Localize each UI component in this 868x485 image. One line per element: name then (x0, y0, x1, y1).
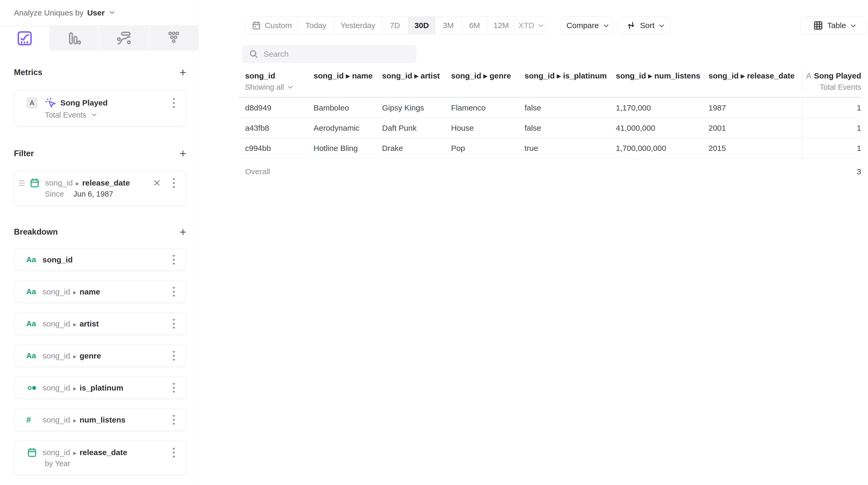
column-header-metric[interactable]: A Song Played Total Events (802, 70, 861, 92)
column-header-artist[interactable]: song_id ▸ artist (382, 70, 451, 92)
table-search[interactable] (242, 45, 416, 63)
bar-chart-icon (65, 30, 83, 47)
breakdown-card-num-listens[interactable]: song_id num_listens (14, 408, 186, 431)
table-header-row: song_id Showing all song_id ▸ name song_… (238, 70, 861, 98)
filter-card[interactable]: song_id release_date Since Jun 6, 1987 (14, 171, 186, 206)
tab-bar-chart[interactable] (49, 26, 99, 51)
column-header-is-platinum[interactable]: song_id ▸ is_platinum (525, 70, 616, 92)
kebab-menu-icon[interactable] (169, 255, 178, 265)
property-name: artist (80, 320, 99, 328)
kebab-menu-icon[interactable] (169, 351, 178, 361)
query-builder-sidebar: Analyze Uniques by User (0, 0, 198, 485)
column-header-song-id[interactable]: song_id Showing all (245, 70, 314, 92)
boolean-type-icon (26, 382, 39, 394)
range-6m[interactable]: 6M (461, 17, 488, 34)
kebab-menu-icon[interactable] (169, 383, 178, 393)
showing-all-dropdown[interactable]: Showing all (245, 83, 314, 92)
calendar-icon (251, 20, 261, 31)
tab-insights-line[interactable] (0, 26, 49, 51)
remove-filter-icon[interactable] (152, 179, 161, 187)
add-metric-button[interactable] (180, 67, 186, 78)
query-sections: Metrics A Song Played (0, 66, 198, 475)
analyze-entity-dropdown[interactable]: User (87, 8, 105, 17)
insights-report-page: Analyze Uniques by User (0, 0, 868, 485)
date-bucket-dropdown[interactable]: by Year (45, 459, 70, 468)
property-name: is_platinum (80, 384, 123, 392)
filter-operator-dropdown[interactable]: Since (45, 190, 64, 199)
string-type-icon (26, 352, 39, 360)
range-12m[interactable]: 12M (488, 17, 515, 34)
tab-flows[interactable] (99, 26, 149, 51)
breakdown-card-song-id[interactable]: song_id (14, 248, 186, 271)
breakdown-card-release-date[interactable]: song_id release_date by Year (14, 441, 186, 475)
table-row[interactable]: c994bb Hotline Bling Drake Pop true 1,70… (238, 138, 861, 158)
metric-series-letter: A (806, 70, 811, 81)
overall-value: 3 (802, 167, 861, 176)
breakdown-card-genre[interactable]: song_id genre (14, 344, 186, 367)
property-prefix: song_id (42, 416, 70, 424)
filter-section-header: Filter (14, 148, 186, 159)
line-chart-icon (16, 30, 33, 47)
string-type-icon (26, 255, 39, 264)
range-30d[interactable]: 30D (408, 17, 435, 34)
table-row[interactable]: d8d949 Bamboleo Gipsy Kings Flamenco fal… (238, 98, 861, 118)
kebab-menu-icon[interactable] (169, 287, 178, 297)
breadcrumb-arrow-icon (73, 320, 76, 328)
column-header-release-date[interactable]: song_id ▸ release_date (709, 70, 802, 92)
column-header-num-listens[interactable]: song_id ▸ num_listens (616, 70, 709, 92)
filter-value[interactable]: Jun 6, 1987 (73, 190, 113, 199)
property-name: genre (80, 352, 101, 360)
overall-label: Overall (245, 167, 314, 176)
breadcrumb-arrow-icon (76, 179, 79, 187)
kebab-menu-icon[interactable] (169, 448, 178, 457)
range-custom[interactable]: Custom (245, 17, 298, 34)
tab-dots-grid[interactable] (149, 26, 198, 51)
string-type-icon (26, 287, 39, 296)
table-row[interactable]: a43fb8 Aerodynamic Daft Punk House false… (238, 118, 861, 138)
search-input[interactable] (264, 50, 410, 59)
breakdown-card-name[interactable]: song_id name (14, 280, 186, 303)
report-main: Custom Today Yesterday 7D 30D 3M 6M 12M … (198, 0, 868, 485)
chevron-down-icon (604, 22, 609, 27)
date-type-icon (26, 447, 39, 458)
metric-card[interactable]: A Song Played Total Events (14, 90, 186, 126)
chevron-down-icon (110, 9, 115, 14)
property-name: release_date (82, 179, 130, 187)
breadcrumb-arrow-icon (73, 448, 76, 457)
sort-button[interactable]: Sort (618, 17, 671, 34)
metrics-title: Metrics (14, 68, 42, 77)
breakdown-card-artist[interactable]: song_id artist (14, 312, 186, 335)
kebab-menu-icon[interactable] (169, 319, 178, 329)
range-xtd[interactable]: XTD (515, 17, 546, 34)
analyze-label: Analyze Uniques by (14, 8, 84, 17)
range-3m[interactable]: 3M (435, 17, 461, 34)
add-breakdown-button[interactable] (180, 227, 186, 237)
compare-button[interactable]: Compare (561, 17, 613, 34)
property-prefix: song_id (45, 179, 73, 187)
analyze-header: Analyze Uniques by User (0, 0, 198, 26)
add-filter-button[interactable] (180, 148, 186, 159)
property-prefix: song_id (42, 352, 70, 360)
search-icon (248, 49, 259, 59)
view-type-button[interactable]: Table (801, 17, 866, 34)
kebab-menu-icon[interactable] (169, 98, 178, 108)
range-today[interactable]: Today (298, 17, 334, 34)
metric-aggregation-dropdown[interactable]: Total Events (45, 111, 86, 119)
kebab-menu-icon[interactable] (169, 415, 178, 425)
drag-handle-icon[interactable] (19, 180, 25, 186)
range-7d[interactable]: 7D (381, 17, 408, 34)
chevron-down-icon (288, 84, 292, 89)
date-range-picker: Custom Today Yesterday 7D 30D 3M 6M 12M … (245, 17, 546, 34)
column-header-genre[interactable]: song_id ▸ genre (451, 70, 525, 92)
breakdown-section-header: Breakdown (14, 226, 186, 238)
table-grid-icon (813, 20, 824, 31)
breadcrumb-arrow-icon (73, 287, 76, 296)
column-header-name[interactable]: song_id ▸ name (314, 70, 382, 92)
range-yesterday[interactable]: Yesterday (334, 17, 381, 34)
date-type-icon (29, 177, 41, 189)
breakdown-card-is-platinum[interactable]: song_id is_platinum (14, 376, 186, 399)
property-name: num_listens (80, 416, 125, 424)
property-prefix: song_id (42, 287, 70, 296)
kebab-menu-icon[interactable] (169, 178, 178, 188)
visualization-tabs (0, 26, 198, 51)
